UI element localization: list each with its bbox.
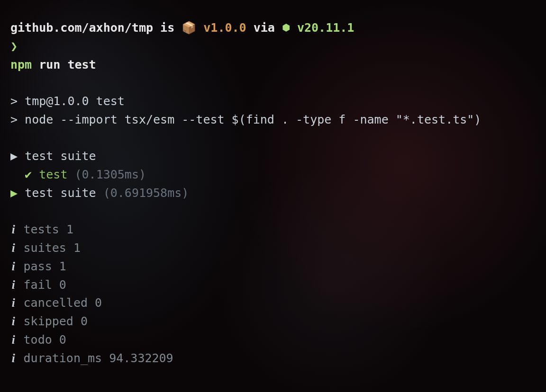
blank-line [10,74,536,92]
package-icon: 📦 [182,21,196,35]
summary-value: 0 [81,314,88,328]
summary-value: 1 [59,259,66,273]
info-icon: i [10,349,17,368]
terminal-window[interactable]: github.com/axhon/tmp is 📦 v1.0.0 via ⬢ v… [10,19,536,367]
prompt-char: ❯ [10,39,18,53]
test-suite-end: ▶ test suite (0.691958ms) [10,184,536,203]
summary-label: pass [24,259,59,273]
summary-line-fail: i fail 0 [10,276,536,294]
summary-label: suites [24,241,73,255]
info-icon: i [10,331,17,349]
npm-script-header: > tmp@1.0.0 test [10,92,536,111]
test-name: test [32,168,67,181]
node-icon: ⬢ [282,22,290,33]
summary-label: cancelled [24,296,95,310]
blank-line [10,129,536,148]
npm-script-command: > node --import tsx/esm --test $(find . … [10,111,536,129]
suite-name: test suite [25,186,96,200]
info-icon: i [10,312,17,331]
test-duration: (0.1305ms) [67,168,146,181]
test-summary: i tests 1i suites 1i pass 1i fail 0i can… [10,221,536,367]
summary-line-skipped: i skipped 0 [10,312,536,331]
summary-label: duration_ms [24,351,109,365]
check-icon: ✔ [25,168,32,181]
blank-line [10,203,536,221]
summary-line-suites: i suites 1 [10,239,536,258]
package-version: v1.0.0 [203,21,246,35]
summary-value: 0 [59,333,66,347]
info-icon: i [10,294,17,312]
summary-label: tests [24,223,66,236]
triangle-icon: ▶ [10,186,18,200]
via-text: via [246,21,282,35]
repo-path: github.com/axhon/tmp [10,21,153,35]
test-result-line: ✔ test (0.1305ms) [10,166,536,184]
triangle-icon: ▶ [10,149,18,163]
summary-line-cancelled: i cancelled 0 [10,294,536,312]
command-args: run test [32,58,96,71]
info-icon: i [10,258,17,276]
is-text: is [153,21,182,35]
summary-value: 1 [66,223,73,236]
summary-value: 1 [73,241,81,255]
info-icon: i [10,221,17,239]
info-icon: i [10,276,17,294]
suite-name: test suite [25,149,96,163]
summary-label: fail [24,278,59,292]
summary-value: 0 [95,296,102,310]
node-version: v20.11.1 [297,21,354,35]
summary-line-todo: i todo 0 [10,331,536,349]
summary-label: skipped [24,314,81,328]
summary-value: 0 [59,278,66,292]
command-name: npm [10,58,32,71]
suite-duration: (0.691958ms) [96,186,189,200]
test-suite-start: ▶ test suite [10,147,536,166]
command-line[interactable]: npm run test [10,56,536,74]
summary-line-duration_ms: i duration_ms 94.332209 [10,349,536,368]
prompt-line-1: github.com/axhon/tmp is 📦 v1.0.0 via ⬢ v… [10,19,536,37]
indent [10,168,25,181]
summary-value: 94.332209 [109,351,173,365]
prompt-line-2: ❯ [10,37,536,56]
summary-label: todo [24,333,59,347]
info-icon: i [10,239,17,258]
summary-line-tests: i tests 1 [10,221,536,239]
summary-line-pass: i pass 1 [10,258,536,276]
